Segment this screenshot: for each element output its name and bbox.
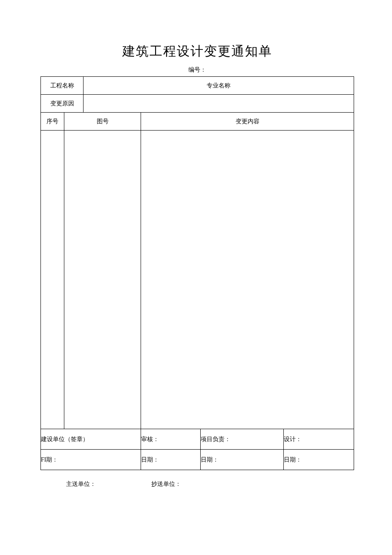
project-lead-label: 项目负责：: [201, 429, 284, 450]
spec-name-label: 专业名称: [84, 77, 354, 95]
cc-send-label: 抄送单位：: [151, 480, 181, 488]
change-reason-value: [84, 95, 354, 113]
change-content-header: 变更内容: [141, 113, 354, 131]
footer: 主送单位： 抄送单位：: [40, 480, 354, 488]
seq-cell: [41, 131, 64, 429]
date3-label: 日期：: [201, 450, 284, 470]
date4-label: 日期：: [284, 450, 354, 470]
date1-label: FI期：: [41, 450, 141, 470]
seq-header: 序号: [41, 113, 64, 131]
review-label: 审核：: [141, 429, 201, 450]
document-title: 建筑工程设计变更通知单: [40, 43, 354, 60]
form-table: 工程名称 专业名称 变更原因 序号 图号 变更内容 建设单位（签章） 审核： 项…: [40, 76, 354, 470]
drawing-no-header: 图号: [64, 113, 141, 131]
drawing-no-cell: [64, 131, 141, 429]
change-reason-label: 变更原因: [41, 95, 84, 113]
construction-unit-label: 建设单位（签章）: [41, 429, 141, 450]
main-send-label: 主送单位：: [66, 480, 96, 488]
serial-number-label: 编号：: [40, 66, 354, 74]
change-content-cell: [141, 131, 354, 429]
date2-label: 日期：: [141, 450, 201, 470]
design-label: 设计：: [284, 429, 354, 450]
project-name-label: 工程名称: [41, 77, 84, 95]
